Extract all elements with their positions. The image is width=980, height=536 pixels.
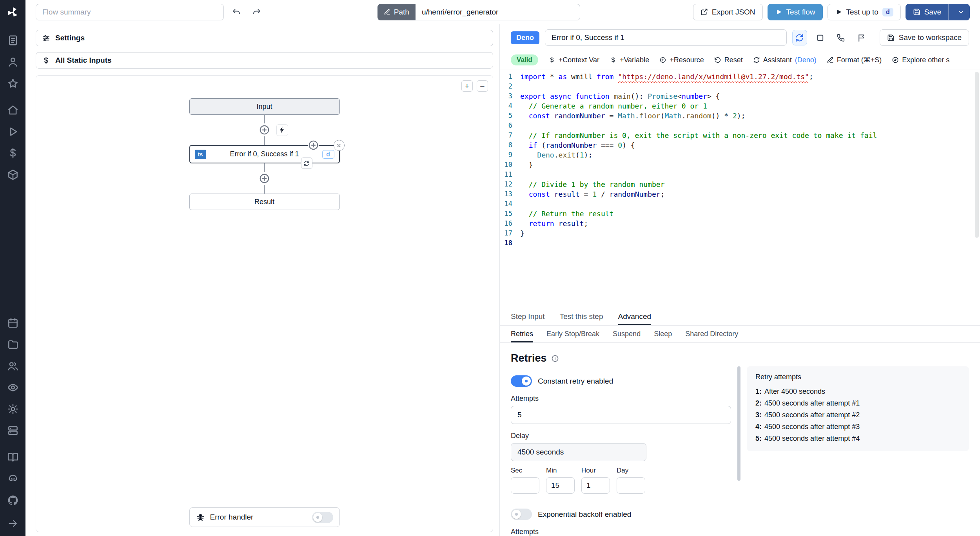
trigger-button[interactable] xyxy=(276,124,288,136)
code-line[interactable]: 18 xyxy=(500,238,980,248)
code-line[interactable]: 16 return result; xyxy=(500,219,980,228)
code-line[interactable]: 8 if (randomNumber === 0) { xyxy=(500,140,980,150)
resources-icon[interactable] xyxy=(7,169,19,181)
format-button[interactable]: Format (⌘+S) xyxy=(827,56,882,64)
flow-canvas[interactable]: + − Input ts Error if 0, Success if 1 d xyxy=(36,75,493,532)
code-line[interactable]: 12 // Divide 1 by the random number xyxy=(500,179,980,189)
code-line[interactable]: 10 } xyxy=(500,160,980,170)
flow-summary-input[interactable] xyxy=(36,4,224,20)
flag-button[interactable] xyxy=(854,30,869,45)
tab-test-this-step[interactable]: Test this step xyxy=(560,308,603,325)
error-handler-bar[interactable]: Error handler xyxy=(189,507,340,527)
discord-icon[interactable] xyxy=(7,473,19,485)
subtab-early-stop-break[interactable]: Early Stop/Break xyxy=(546,326,599,342)
webhook-button[interactable] xyxy=(833,30,848,45)
code-editor[interactable]: 1import * as wmill from "https://deno.la… xyxy=(500,69,980,308)
remove-step-button[interactable] xyxy=(334,140,345,151)
code-line[interactable]: 3export async function main(): Promise<n… xyxy=(500,91,980,101)
home-icon[interactable] xyxy=(7,104,19,116)
favorites-icon[interactable] xyxy=(7,78,19,89)
step-node[interactable]: ts Error if 0, Success if 1 d xyxy=(189,145,340,163)
retry-min-input[interactable] xyxy=(546,477,575,494)
play-icon xyxy=(775,8,782,16)
add-resource-button[interactable]: +Resource xyxy=(659,56,704,64)
workers-icon[interactable] xyxy=(7,425,19,436)
code-line[interactable]: 11 xyxy=(500,170,980,179)
tab-advanced[interactable]: Advanced xyxy=(618,308,652,325)
step-title-input[interactable] xyxy=(545,29,787,46)
delay-input[interactable] xyxy=(511,443,646,461)
runs-icon[interactable] xyxy=(7,34,19,46)
user-icon[interactable] xyxy=(7,56,19,68)
subtab-retries[interactable]: Retries xyxy=(511,326,533,342)
code-line[interactable]: 14 xyxy=(500,199,980,209)
redo-button[interactable] xyxy=(249,4,265,20)
code-line[interactable]: 5 const randomNumber = Math.floor(Math.r… xyxy=(500,111,980,121)
square-icon xyxy=(816,33,825,42)
insert-step-button[interactable] xyxy=(259,125,270,135)
code-line[interactable]: 2 xyxy=(500,81,980,91)
variables-icon[interactable] xyxy=(7,147,19,159)
subtab-shared-directory[interactable]: Shared Directory xyxy=(685,326,738,342)
pencil-icon xyxy=(827,56,834,63)
save-icon xyxy=(913,8,920,16)
path-input[interactable] xyxy=(416,4,580,20)
zoom-in-button[interactable]: + xyxy=(461,80,473,92)
reset-button[interactable]: Reset xyxy=(714,56,743,64)
error-handler-toggle[interactable] xyxy=(312,512,333,523)
editor-scrollbar[interactable] xyxy=(975,72,979,238)
settings-icon[interactable] xyxy=(7,403,19,415)
subtab-sleep[interactable]: Sleep xyxy=(654,326,672,342)
jobs-icon[interactable] xyxy=(7,126,19,138)
groups-icon[interactable] xyxy=(7,360,19,372)
test-flow-button[interactable]: Test flow xyxy=(768,4,823,20)
folders-icon[interactable] xyxy=(7,339,19,350)
code-line[interactable]: 9 Deno.exit(1); xyxy=(500,150,980,160)
save-button[interactable]: Save xyxy=(906,4,970,20)
code-line[interactable]: 13 const result = 1 / randomNumber; xyxy=(500,189,980,199)
panel-scrollbar[interactable] xyxy=(737,366,740,481)
export-json-button[interactable]: Export JSON xyxy=(693,4,763,20)
test-up-to-button[interactable]: Test up tod xyxy=(828,4,901,20)
undo-button[interactable] xyxy=(229,4,244,20)
chevron-down-icon[interactable] xyxy=(953,8,969,16)
schedules-icon[interactable] xyxy=(7,317,19,329)
assistant-button[interactable]: Assistant (Deno) xyxy=(753,56,817,64)
result-node[interactable]: Result xyxy=(189,194,340,210)
static-inputs-bar[interactable]: All Static Inputs xyxy=(36,52,493,69)
retry-summary-box: Retry attempts 1:After 4500 seconds2:450… xyxy=(747,366,969,451)
github-icon[interactable] xyxy=(7,494,19,506)
pencil-icon xyxy=(384,9,390,15)
constant-retry-toggle[interactable] xyxy=(511,375,532,387)
expand-editor-button[interactable] xyxy=(813,30,828,45)
explore-scripts-button[interactable]: Explore other s xyxy=(892,56,949,64)
connector xyxy=(259,115,270,145)
retry-hour-input[interactable] xyxy=(581,477,610,494)
docs-icon[interactable] xyxy=(7,451,19,463)
save-to-workspace-button[interactable]: Save to workspace xyxy=(880,29,969,46)
tab-step-input[interactable]: Step Input xyxy=(511,308,545,325)
code-line[interactable]: 1import * as wmill from "https://deno.la… xyxy=(500,72,980,81)
add-context-var-button[interactable]: +Context Var xyxy=(548,56,599,64)
insert-step-button[interactable] xyxy=(259,173,270,184)
audit-logs-icon[interactable] xyxy=(7,382,19,393)
exponential-backoff-toggle[interactable] xyxy=(511,509,532,520)
settings-bar[interactable]: Settings xyxy=(36,30,493,46)
subtab-suspend[interactable]: Suspend xyxy=(613,326,641,342)
add-variable-button[interactable]: +Variable xyxy=(610,56,649,64)
sidebar-group xyxy=(7,451,19,506)
code-line[interactable]: 6 xyxy=(500,121,980,130)
input-node[interactable]: Input xyxy=(189,98,340,115)
diff-toggle-button[interactable] xyxy=(792,30,808,45)
code-line[interactable]: 15 // Return the result xyxy=(500,209,980,219)
attempts-input[interactable] xyxy=(511,406,731,424)
code-line[interactable]: 7 // If randomNumber is 0, exit the scri… xyxy=(500,130,980,140)
retry-sec-input[interactable] xyxy=(511,477,539,494)
code-line[interactable]: 4 // Generate a random number, either 0 … xyxy=(500,101,980,111)
zoom-out-button[interactable]: − xyxy=(477,80,488,92)
insert-step-button[interactable] xyxy=(308,140,319,150)
collapse-sidebar-button[interactable] xyxy=(7,518,18,529)
retry-day-input[interactable] xyxy=(617,477,645,494)
windmill-logo[interactable] xyxy=(6,5,20,20)
code-line[interactable]: 17} xyxy=(500,228,980,238)
